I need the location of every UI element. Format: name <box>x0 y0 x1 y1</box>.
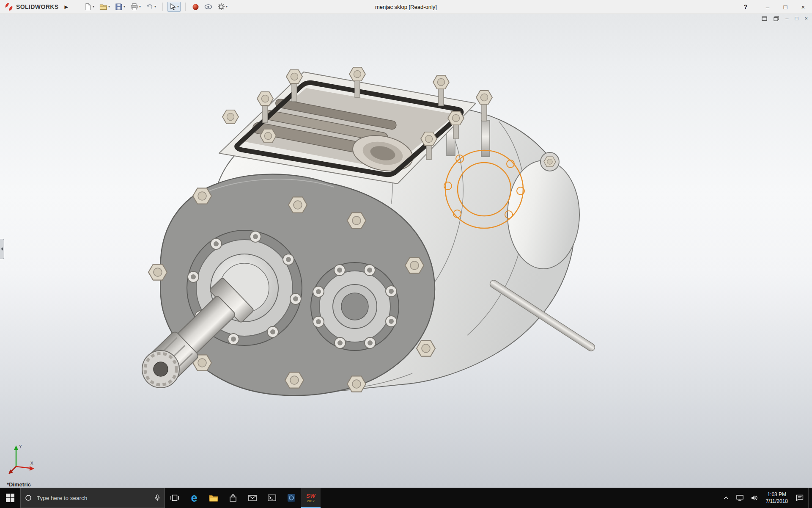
taskbar-search[interactable] <box>20 488 165 508</box>
chevron-up-icon <box>724 496 729 500</box>
mail-envelope-icon <box>248 495 257 501</box>
start-button[interactable] <box>0 488 20 508</box>
close-button[interactable]: × <box>794 0 812 14</box>
x-axis-arrow-icon <box>30 466 34 471</box>
save-floppy-icon <box>115 3 123 11</box>
appearance-sphere-icon <box>192 3 199 11</box>
display-settings-button[interactable] <box>203 2 214 11</box>
options-button[interactable]: ▾ <box>216 2 229 12</box>
print-button[interactable]: ▾ <box>129 2 143 12</box>
toolbar-separator <box>185 3 186 11</box>
network-status-button[interactable] <box>733 488 746 508</box>
display-settings-icon <box>204 3 212 10</box>
microphone-icon[interactable] <box>154 494 160 501</box>
taskbar-clock[interactable]: 1:03 PM 7/11/2018 <box>763 491 792 505</box>
select-cursor-icon <box>169 3 176 11</box>
undo-icon <box>146 3 154 11</box>
action-center-button[interactable] <box>793 488 807 508</box>
maximize-button[interactable]: □ <box>776 0 794 14</box>
windows-taskbar: e <box>0 488 812 508</box>
edge-button[interactable]: e <box>184 488 204 508</box>
y-axis-label: Y <box>19 444 22 449</box>
options-gear-icon <box>217 3 225 11</box>
window-title: menjac sklop [Read-only] <box>375 4 437 10</box>
store-button[interactable] <box>223 488 243 508</box>
dropdown-caret-icon: ▾ <box>93 5 94 8</box>
dropdown-caret-icon: ▾ <box>226 5 228 8</box>
dropdown-caret-icon: ▾ <box>139 5 141 8</box>
bearing-cover <box>311 262 399 351</box>
task-view-button[interactable] <box>165 488 184 508</box>
save-button[interactable]: ▾ <box>113 2 127 12</box>
solidworks-2017-button[interactable]: SW 2017 <box>301 488 321 508</box>
open-button[interactable]: ▾ <box>98 2 112 12</box>
document-window-controls: – □ × <box>762 16 808 21</box>
brand-wordmark: SOLIDWORKS <box>16 3 58 10</box>
file-explorer-button[interactable] <box>204 488 223 508</box>
console-button[interactable] <box>262 488 282 508</box>
doc-minimize-button[interactable]: – <box>785 16 788 21</box>
windows-logo-icon <box>6 494 14 502</box>
dropdown-caret-icon: ▾ <box>177 5 179 8</box>
float-window-icon[interactable] <box>762 16 767 21</box>
new-document-button[interactable]: ▾ <box>82 2 96 12</box>
edge-icon: e <box>191 492 197 504</box>
appearances-button[interactable] <box>190 2 201 12</box>
network-icon <box>736 495 743 501</box>
store-bag-icon <box>229 494 237 502</box>
doc-close-button[interactable]: × <box>804 16 808 21</box>
file-explorer-icon <box>209 494 218 502</box>
open-folder-icon <box>99 3 107 11</box>
solidworks-2017-icon: SW 2017 <box>306 493 315 503</box>
cortana-circle-icon <box>25 494 32 501</box>
y-axis-arrow-icon <box>14 445 18 450</box>
minimize-button[interactable]: – <box>759 0 776 14</box>
x-axis-label: X <box>30 461 33 466</box>
print-icon <box>130 3 138 11</box>
clock-time: 1:03 PM <box>766 491 788 498</box>
toolbar-separator <box>162 3 163 11</box>
speaker-icon <box>751 495 758 501</box>
action-center-icon <box>796 494 804 501</box>
solidworks-brand: SOLIDWORKS ▶ <box>0 2 68 11</box>
system-tray: 1:03 PM 7/11/2018 <box>721 488 812 508</box>
gearbox-assembly-model[interactable] <box>0 14 812 488</box>
undo-button[interactable]: ▾ <box>144 2 158 12</box>
titlebar: SOLIDWORKS ▶ ▾ ▾ ▾ <box>0 0 812 14</box>
solidworks-logo-icon <box>4 2 14 11</box>
task-view-icon <box>170 494 179 502</box>
search-input[interactable] <box>36 494 150 502</box>
orientation-triad: Y X <box>6 442 38 476</box>
dropdown-caret-icon: ▾ <box>108 5 110 8</box>
dark-blue-app-button[interactable] <box>282 488 301 508</box>
help-button[interactable]: ? <box>738 0 753 14</box>
tray-overflow-button[interactable] <box>721 488 732 508</box>
new-document-icon <box>84 3 92 11</box>
mail-button[interactable] <box>243 488 262 508</box>
window-controls: ? – □ × <box>738 0 812 14</box>
doc-restore-button[interactable]: □ <box>795 16 798 21</box>
graphics-viewport[interactable]: – □ × <box>0 14 812 488</box>
quick-access-toolbar: ▾ ▾ ▾ ▾ <box>82 2 229 12</box>
clock-date: 7/11/2018 <box>766 498 788 505</box>
dark-blue-app-icon <box>287 494 296 502</box>
view-orientation-label: *Dimetric <box>7 481 31 488</box>
dock-window-icon[interactable] <box>774 16 779 21</box>
console-window-icon <box>268 494 276 501</box>
volume-button[interactable] <box>748 488 761 508</box>
select-tool-button[interactable]: ▾ <box>167 2 181 12</box>
show-desktop-button[interactable] <box>808 488 811 508</box>
dropdown-caret-icon: ▾ <box>154 5 156 8</box>
menu-flyout-arrow-icon[interactable]: ▶ <box>64 4 68 10</box>
dropdown-caret-icon: ▾ <box>123 5 125 8</box>
